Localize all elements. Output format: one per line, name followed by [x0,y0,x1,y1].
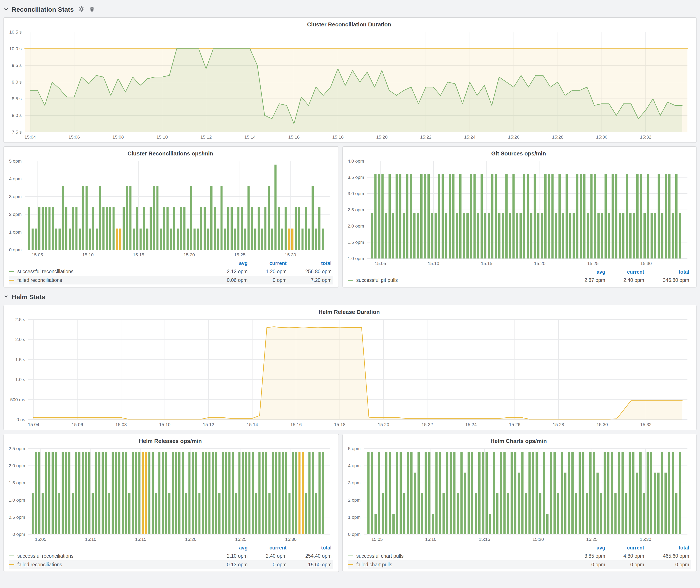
gear-icon[interactable] [79,6,85,12]
legend-total-value: 0 opm [646,562,691,567]
svg-text:0 opm: 0 opm [9,247,22,252]
legend-label: successful reconciliations [17,269,74,274]
helm-release-duration-chart[interactable]: 0 ns500 ms1.0 s1.5 s2.0 s2.5 s15:0415:06… [6,316,693,428]
panel-row: Cluster Reconciliations ops/min 0 opm1 o… [3,146,697,288]
svg-text:4 opm: 4 opm [348,463,361,468]
svg-text:15:04: 15:04 [24,134,36,139]
svg-text:15:12: 15:12 [200,134,212,139]
svg-text:15:20: 15:20 [185,537,197,542]
legend-sort-current[interactable]: current [249,261,288,266]
series-swatch-icon [9,280,14,281]
svg-text:15:20: 15:20 [184,252,195,257]
svg-text:15:28: 15:28 [552,134,564,139]
legend-sort-avg[interactable]: avg [568,269,607,275]
panel-title[interactable]: Helm Charts ops/min [345,436,693,445]
svg-text:15:06: 15:06 [68,134,80,139]
legend-avg-value: 2.87 opm [568,278,607,283]
legend-series-toggle[interactable]: successful git pulls [348,278,568,283]
svg-text:15:12: 15:12 [203,422,214,427]
svg-text:15:15: 15:15 [135,537,147,542]
svg-text:2.5 opm: 2.5 opm [348,207,364,212]
svg-text:3 opm: 3 opm [9,194,22,199]
svg-text:15:24: 15:24 [464,134,476,139]
panel-cluster-reconciliation-duration: Cluster Reconciliation Duration 7.5 s8.0… [3,17,697,143]
panel-title[interactable]: Helm Release Duration [6,307,693,316]
legend-series-toggle[interactable]: successful reconciliations [9,269,210,274]
svg-text:15:20: 15:20 [376,134,388,139]
legend-sort-total[interactable]: total [288,261,333,266]
legend-series-toggle[interactable]: successful reconciliations [9,553,210,559]
trash-icon[interactable] [89,6,95,12]
svg-text:15:10: 15:10 [425,537,437,542]
section-header-reconciliation-stats: Reconciliation Stats [3,3,697,15]
svg-text:2.0 s: 2.0 s [15,337,25,342]
chevron-down-icon[interactable] [3,294,9,299]
svg-text:15:10: 15:10 [85,537,97,542]
svg-text:15:05: 15:05 [35,537,47,542]
legend-series-toggle[interactable]: successful chart pulls [348,553,568,559]
legend-current-value: 0 opm [249,278,288,283]
legend-sort-total[interactable]: total [646,545,691,550]
svg-text:15:04: 15:04 [28,422,39,427]
svg-text:10.0 s: 10.0 s [9,46,22,51]
legend-sort-current[interactable]: current [607,269,646,275]
svg-text:500 ms: 500 ms [10,397,25,402]
panel-title[interactable]: Cluster Reconciliation Duration [6,19,693,29]
legend-avg-value: 0 opm [568,562,607,567]
legend-item: successful reconciliations 2.12 opm 1.20… [9,267,333,276]
section-title-helm[interactable]: Helm Stats [12,293,45,300]
legend-sort-current[interactable]: current [249,545,288,550]
legend-sort-total[interactable]: total [288,545,333,550]
panel-title[interactable]: Git Sources ops/min [345,149,693,158]
legend-sort-avg[interactable]: avg [568,545,607,550]
svg-text:15:20: 15:20 [378,422,389,427]
legend: avg current total successful chart pulls… [345,543,693,570]
cluster-reconciliations-opm-chart[interactable]: 0 opm1 opm2 opm3 opm4 opm5 opm15:0515:10… [6,158,335,258]
git-sources-opm-chart[interactable]: 1.0 opm1.5 opm2.0 opm2.5 opm3.0 opm3.5 o… [345,158,693,267]
legend-current-value: 0 opm [249,562,288,567]
legend-sort-current[interactable]: current [607,545,646,550]
legend-header-row: avg current total [348,268,691,276]
series-swatch-icon [348,556,353,556]
svg-text:15:30: 15:30 [640,537,651,542]
panel-title[interactable]: Cluster Reconciliations ops/min [6,149,335,158]
panel-title[interactable]: Helm Releases ops/min [6,436,335,445]
legend-series-toggle[interactable]: failed reconciliations [9,562,210,567]
svg-text:4.0 opm: 4.0 opm [348,158,364,163]
grafana-dashboard: Reconciliation Stats Cluster Reconciliat… [0,0,700,588]
svg-text:15:18: 15:18 [334,422,345,427]
legend-label: failed chart pulls [356,562,392,567]
legend: avg current total successful reconciliat… [6,543,335,570]
legend-sort-avg[interactable]: avg [210,545,249,550]
legend-series-toggle[interactable]: failed chart pulls [348,562,568,567]
legend-series-toggle[interactable]: failed reconciliations [9,278,210,283]
legend-item: successful git pulls 2.87 opm 2.40 opm 3… [348,276,691,284]
legend-current-value: 4.80 opm [607,553,646,559]
svg-text:3 opm: 3 opm [348,480,361,485]
helm-releases-opm-chart[interactable]: 0 opm0.5 opm1.0 opm1.5 opm2.0 opm2.5 opm… [6,445,335,543]
svg-text:2 opm: 2 opm [9,212,22,217]
svg-text:15:15: 15:15 [479,537,490,542]
svg-text:7.5 s: 7.5 s [12,129,22,134]
legend-total-value: 346.80 opm [646,278,691,283]
section-title-reconciliation[interactable]: Reconciliation Stats [12,5,74,13]
legend-sort-avg[interactable]: avg [210,261,249,266]
svg-text:15:30: 15:30 [596,134,608,139]
legend-label: failed reconciliations [17,562,62,567]
legend-avg-value: 0.13 opm [210,562,249,567]
legend-sort-total[interactable]: total [646,269,691,275]
svg-text:0 opm: 0 opm [348,532,361,537]
helm-charts-opm-chart[interactable]: 0 opm1 opm2 opm3 opm4 opm5 opm15:0515:10… [345,445,693,543]
panel-git-sources-opm: Git Sources ops/min 1.0 opm1.5 opm2.0 op… [342,146,697,288]
panel-cluster-reconciliations-opm: Cluster Reconciliations ops/min 0 opm1 o… [3,146,339,288]
svg-text:15:20: 15:20 [532,537,544,542]
chevron-down-icon[interactable] [3,6,9,12]
series-swatch-icon [348,564,353,565]
svg-text:2.5 s: 2.5 s [15,317,25,322]
svg-text:15:10: 15:10 [428,261,439,266]
svg-text:1.0 opm: 1.0 opm [348,256,364,261]
svg-text:15:16: 15:16 [290,422,302,427]
cluster-reconciliation-duration-chart[interactable]: 7.5 s8.0 s8.5 s9.0 s9.5 s10.0 s10.5 s15:… [6,29,693,141]
svg-text:2.0 opm: 2.0 opm [348,223,364,228]
panel-row: Helm Releases ops/min 0 opm0.5 opm1.0 op… [3,434,697,572]
